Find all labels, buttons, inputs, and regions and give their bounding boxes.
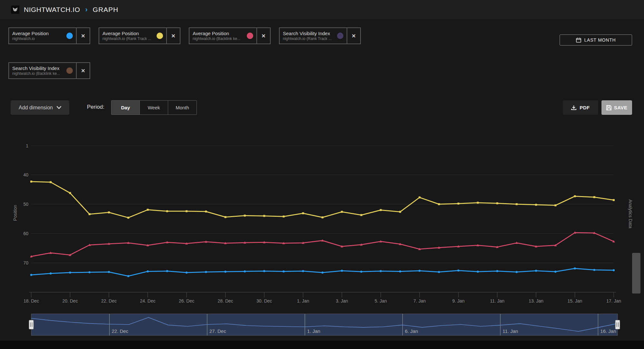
x-axis-tick-label: 15. Jan [567, 298, 582, 304]
navigator-tick-label: 22. Dec [112, 328, 129, 334]
navigator-tick-label: 6. Jan [405, 328, 418, 334]
navigator-tick-label: 16. Jan [600, 328, 616, 334]
chip-close-icon[interactable]: ✕ [347, 28, 360, 44]
y-axis-tick-label: 1 [26, 143, 28, 148]
save-floppy-icon [606, 105, 611, 110]
breadcrumb-chevron-icon: › [85, 5, 87, 14]
pdf-label: PDF [580, 105, 590, 110]
x-axis-tick-label: 1. Jan [297, 298, 309, 304]
y-axis-tick-label: 70 [23, 260, 28, 265]
y-gridlines: 140506070 [23, 143, 614, 265]
x-axis-tick-label: 28. Dec [218, 298, 233, 304]
chip-subtitle: nightwatch.io (Backlink ke... [12, 71, 64, 76]
owl-logo-icon[interactable] [11, 5, 19, 14]
chip-body: Average Position nightwatch.io (Backlink… [189, 28, 256, 44]
chip-title: Average Position [193, 30, 245, 36]
y-axis-tick-label: 40 [23, 172, 28, 177]
period-toggle: Day Week Month [111, 100, 197, 115]
navigator-right-handle[interactable] [615, 320, 620, 329]
x-axis-tick-label: 3. Jan [336, 298, 348, 304]
navigator-left-handle[interactable] [29, 320, 34, 329]
calendar-icon [576, 37, 581, 43]
navigator-tick-label: 11. Jan [503, 328, 518, 334]
navigator-tick-label: 1. Jan [307, 328, 320, 334]
bottom-bar [0, 341, 644, 349]
date-range-label: LAST MONTH [584, 37, 616, 43]
chip-subtitle: nightwatch.io (Rank Track ... [283, 36, 335, 41]
series-color-dot [157, 33, 163, 39]
x-axis-tick-label: 9. Jan [452, 298, 465, 304]
x-axis-tick-label: 30. Dec [256, 298, 272, 304]
chip-close-icon[interactable]: ✕ [76, 63, 90, 78]
period-day-button[interactable]: Day [111, 101, 140, 115]
metric-chip-5[interactable]: Search Visibility Index nightwatch.io (B… [8, 62, 90, 79]
metric-chip-4[interactable]: Search Visibility Index nightwatch.io (R… [279, 27, 361, 44]
x-axis-tick-label: 24. Dec [140, 298, 155, 304]
series-line-1 [30, 181, 615, 219]
series-line-0 [30, 267, 615, 277]
navigator-selected-range[interactable] [31, 314, 618, 335]
series-color-dot [247, 33, 253, 39]
brand-name[interactable]: NIGHTWATCH.IO [24, 6, 80, 14]
chip-body: Average Position nightwatch.io [9, 28, 76, 44]
chip-body: Search Visibility Index nightwatch.io (R… [280, 28, 347, 44]
period-week-button[interactable]: Week [140, 101, 168, 115]
x-axis-tick-label: 18. Dec [24, 298, 39, 304]
nightwatch-graph-page: NIGHTWATCH.IO › GRAPH Average Position n… [0, 0, 644, 349]
chip-title: Search Visibility Index [283, 30, 335, 36]
chip-title: Average Position [12, 30, 64, 36]
save-label: SAVE [614, 105, 628, 110]
x-axis-tick-label: 22. Dec [101, 298, 117, 304]
chip-close-icon[interactable]: ✕ [256, 28, 270, 44]
metric-chip-2[interactable]: Average Position nightwatch.io (Rank Tra… [99, 27, 180, 44]
chip-title: Average Position [102, 30, 155, 36]
chip-title: Search Visibility Index [12, 65, 64, 71]
chip-body: Average Position nightwatch.io (Rank Tra… [99, 28, 166, 44]
vertical-scrollbar[interactable] [632, 253, 640, 294]
x-axis-tick-label: 26. Dec [179, 298, 194, 304]
chip-subtitle: nightwatch.io (Rank Track ... [102, 36, 155, 41]
y-axis-title: Position [13, 205, 18, 221]
x-axis-tick-label: 13. Jan [529, 298, 543, 304]
chip-subtitle: nightwatch.io [12, 36, 64, 41]
series-color-dot [66, 67, 73, 74]
period-month-button[interactable]: Month [168, 101, 197, 115]
metric-chip-1[interactable]: Average Position nightwatch.io ✕ [8, 27, 90, 44]
add-dimension-label: Add dimension [19, 105, 53, 111]
download-icon [571, 105, 576, 110]
metric-chip-3[interactable]: Average Position nightwatch.io (Backlink… [189, 27, 271, 44]
series-color-dot [337, 33, 343, 39]
x-axis-tick-label: 11. Jan [490, 298, 505, 304]
x-axis-tick-label: 20. Dec [62, 298, 78, 304]
x-axis: 18. Dec20. Dec22. Dec24. Dec26. Dec28. D… [24, 292, 621, 304]
chip-close-icon[interactable]: ✕ [76, 28, 90, 44]
top-bar: NIGHTWATCH.IO › GRAPH [0, 0, 644, 19]
right-axis-title: Analytics Data [628, 199, 633, 228]
x-axis-tick-label: 7. Jan [413, 298, 426, 304]
x-axis-tick-label: 17. Jan [606, 298, 621, 304]
page-title: GRAPH [93, 6, 119, 14]
y-axis-tick-label: 60 [23, 231, 28, 236]
series-line-2 [30, 231, 615, 257]
main-chart[interactable]: 140506070PositionAnalytics Data18. Dec20… [0, 0, 644, 349]
series-color-dot [66, 33, 73, 39]
chip-subtitle: nightwatch.io (Backlink ke... [193, 36, 245, 41]
x-axis-tick-label: 5. Jan [375, 298, 387, 304]
date-range-button[interactable]: LAST MONTH [560, 35, 632, 45]
y-axis-tick-label: 50 [23, 202, 28, 207]
navigator-series-line [31, 317, 618, 331]
navigator[interactable]: 22. Dec27. Dec1. Jan6. Jan11. Jan16. Jan [31, 314, 618, 335]
add-dimension-button[interactable]: Add dimension [11, 100, 69, 115]
pdf-export-button[interactable]: PDF [563, 100, 598, 115]
period-label: Period: [87, 104, 104, 110]
navigator-tick-label: 27. Dec [209, 328, 226, 334]
chip-close-icon[interactable]: ✕ [166, 28, 180, 44]
chip-body: Search Visibility Index nightwatch.io (B… [9, 63, 76, 78]
chevron-down-icon [57, 106, 61, 109]
save-button[interactable]: SAVE [601, 100, 632, 115]
